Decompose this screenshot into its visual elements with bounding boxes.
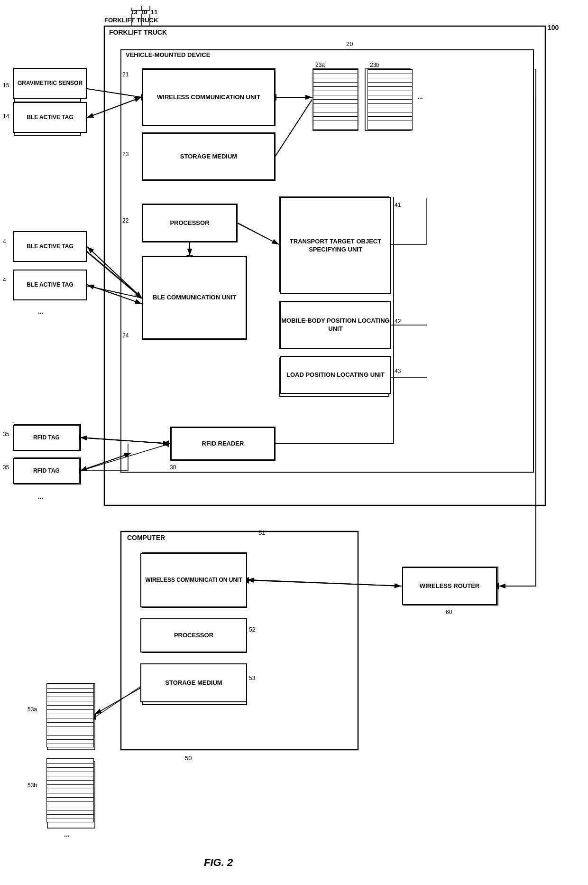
gravimetric-sensor-box: GRAVIMETRIC SENSOR xyxy=(13,68,87,99)
num-4a: 4 xyxy=(3,238,6,245)
num-23: 23 xyxy=(122,151,129,158)
grid-box-53a xyxy=(46,683,94,747)
svg-line-58 xyxy=(96,686,142,717)
dots-rfid: ... xyxy=(38,493,44,500)
ble-active-tag-label-2: BLE ACTIVE TAG xyxy=(27,243,74,251)
fig-label: FIG. 2 xyxy=(204,857,233,869)
svg-line-76 xyxy=(87,285,142,304)
load-position-label: LOAD POSITION LOCATING UNIT xyxy=(286,371,385,379)
wireless-router-label: WIRELESS ROUTER xyxy=(420,582,479,590)
num-4b: 4 xyxy=(3,277,6,283)
num-53b: 53b xyxy=(28,782,37,789)
num-21: 21 xyxy=(122,71,129,78)
svg-line-87 xyxy=(247,580,401,586)
svg-line-69 xyxy=(87,97,141,118)
load-position-box: LOAD POSITION LOCATING UNIT xyxy=(280,356,391,394)
connections-svg xyxy=(0,0,588,885)
svg-line-72 xyxy=(275,100,312,157)
storage-medium-bottom-label: STORAGE MEDIUM xyxy=(165,679,222,687)
svg-line-74 xyxy=(87,247,142,298)
num-23a: 23a xyxy=(315,62,325,68)
processor-label: PROCESSOR xyxy=(170,219,209,227)
computer-label: COMPUTER xyxy=(127,534,165,541)
svg-line-75 xyxy=(87,285,142,304)
num-51: 51 xyxy=(258,529,265,536)
forklift-label: FORKLIFT TRUCK xyxy=(104,17,158,24)
svg-line-79 xyxy=(80,438,170,444)
processor-bottom-box: PROCESSOR xyxy=(140,618,247,652)
wireless-comm-unit-bottom-box: WIRELESS COMMUNICATI ON UNIT xyxy=(140,553,247,607)
num-35a: 35 xyxy=(3,431,9,438)
rfid-tag-box-1: RFID TAG xyxy=(13,425,80,451)
svg-line-42 xyxy=(81,88,141,97)
svg-line-81 xyxy=(80,453,131,471)
rfid-tag-box-2: RFID TAG xyxy=(13,458,80,484)
svg-line-88 xyxy=(247,580,401,586)
svg-line-48 xyxy=(82,285,142,298)
num-30: 30 xyxy=(170,464,176,471)
num-20: 20 xyxy=(346,40,353,47)
ble-active-tag-box-1: BLE ACTIVE TAG xyxy=(13,102,87,133)
svg-line-70 xyxy=(87,97,141,118)
rfid-reader-box: RFID READER xyxy=(171,427,275,460)
transport-target-box: TRANSPORT TARGET OBJECT SPECIFYING UNIT xyxy=(280,197,391,294)
forklift-truck-label: FORKLIFT TRUCK xyxy=(109,28,167,36)
num-53: 53 xyxy=(249,675,255,681)
wireless-comm-unit-box: WIRELESS COMMUNICATION UNIT xyxy=(142,69,275,126)
num-100: 100 xyxy=(548,24,559,31)
svg-line-29 xyxy=(81,247,141,298)
rfid-tag-label-1: RFID TAG xyxy=(33,434,60,442)
vehicle-mounted-label: VEHICLE-MOUNTED DEVICE xyxy=(126,51,210,58)
num-50: 50 xyxy=(185,755,192,762)
num-60: 60 xyxy=(446,609,452,615)
num-22: 22 xyxy=(122,217,129,224)
mobile-body-box: MOBILE-BODY POSITION LOCATING UNIT xyxy=(280,301,391,349)
rfid-tag-label-2: RFID TAG xyxy=(33,467,60,475)
num-23b: 23b xyxy=(370,62,379,68)
dots-grid: ... xyxy=(417,93,423,100)
num-14: 14 xyxy=(3,113,9,120)
svg-marker-53 xyxy=(162,440,169,447)
num-42: 42 xyxy=(395,318,401,325)
ble-active-tag-box-2: BLE ACTIVE TAG xyxy=(13,231,87,262)
svg-line-55 xyxy=(81,444,170,471)
grid-box-53b xyxy=(46,758,94,822)
num-53a: 53a xyxy=(28,706,37,713)
ble-comm-unit-label: BLE COMMUNICATION UNIT xyxy=(153,294,236,302)
ble-comm-unit-box: BLE COMMUNICATION UNIT xyxy=(142,256,247,339)
num-13: 13 xyxy=(130,9,137,16)
svg-line-80 xyxy=(80,438,170,444)
svg-line-46 xyxy=(82,247,142,298)
svg-line-60 xyxy=(238,223,279,244)
wireless-comm-unit-bottom-label: WIRELESS COMMUNICATI ON UNIT xyxy=(145,577,242,584)
num-52: 52 xyxy=(249,626,255,633)
grid-box-23b xyxy=(368,69,413,130)
svg-line-51 xyxy=(82,285,142,298)
dots-ble: ... xyxy=(38,307,44,315)
num-35b: 35 xyxy=(3,464,9,471)
svg-line-35 xyxy=(249,580,402,586)
svg-line-41 xyxy=(275,100,312,157)
svg-line-31 xyxy=(81,438,170,444)
ble-active-tag-label-3: BLE ACTIVE TAG xyxy=(27,281,74,289)
storage-medium-label: STORAGE MEDIUM xyxy=(180,153,237,161)
storage-medium-box: STORAGE MEDIUM xyxy=(142,133,275,180)
num-24: 24 xyxy=(122,332,129,339)
num-43: 43 xyxy=(395,368,401,374)
transport-target-label: TRANSPORT TARGET OBJECT SPECIFYING UNIT xyxy=(281,238,390,254)
svg-line-73 xyxy=(87,247,142,298)
diagram: 10 11 13 FORKLIFT TRUCK FORKLIFT TRUCK 1… xyxy=(0,0,588,885)
svg-line-78 xyxy=(237,223,279,244)
num-10: 10 xyxy=(140,9,147,16)
num-15: 15 xyxy=(3,82,9,89)
svg-line-82 xyxy=(80,453,131,471)
svg-line-50 xyxy=(82,247,142,298)
num-41: 41 xyxy=(395,202,401,208)
ble-active-tag-box-3: BLE ACTIVE TAG xyxy=(13,270,87,300)
dots-storage: ... xyxy=(64,830,70,838)
rfid-reader-label: RFID READER xyxy=(202,440,244,448)
gravimetric-sensor-label: GRAVIMETRIC SENSOR xyxy=(18,80,83,87)
grid-box-23a xyxy=(313,69,358,130)
num-11: 11 xyxy=(151,9,157,16)
arrows-svg xyxy=(0,0,588,885)
